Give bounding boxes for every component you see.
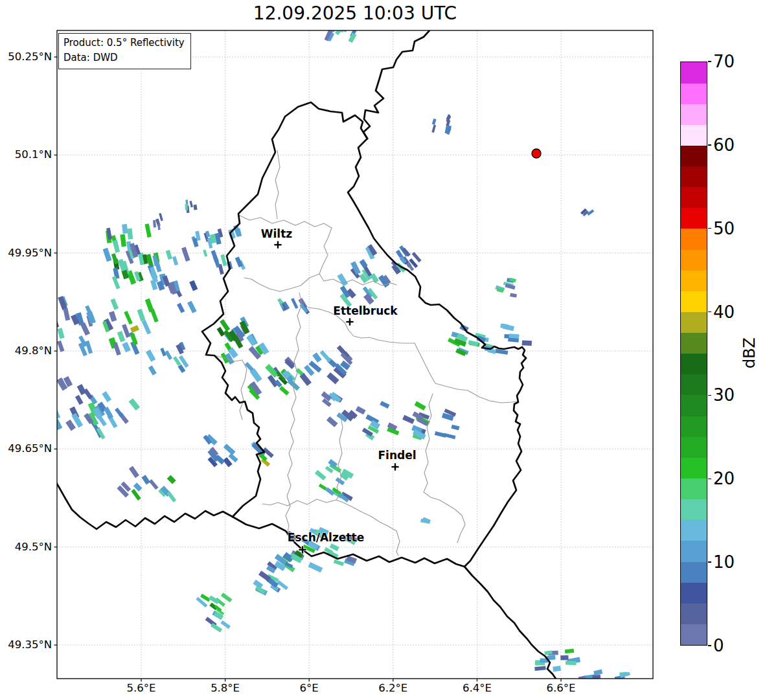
echo-cell xyxy=(279,386,290,396)
echo-cell xyxy=(320,350,332,363)
echo-cell xyxy=(137,309,146,322)
colorbar-segment xyxy=(681,541,707,562)
city-label: Wiltz xyxy=(261,227,292,240)
x-tick-label: 6.2°E xyxy=(364,682,422,695)
echo-cell xyxy=(308,562,323,572)
echo-cell xyxy=(402,415,415,424)
echo-cell xyxy=(149,479,159,490)
echo-cell xyxy=(130,325,139,333)
colorbar-tick-mark xyxy=(708,395,711,396)
colorbar-segment xyxy=(681,291,707,312)
echo-cell xyxy=(189,280,198,291)
echo-cell xyxy=(141,475,150,484)
echo-cell xyxy=(124,311,133,324)
echo-cell xyxy=(534,666,546,670)
echo-cell xyxy=(432,119,437,125)
axes-frame xyxy=(57,30,653,679)
colorbar-tick-mark xyxy=(708,228,711,229)
colorbar-segment xyxy=(681,436,707,458)
colorbar-tick-mark xyxy=(708,61,711,62)
colorbar-segment xyxy=(681,499,707,521)
colorbar-segment xyxy=(681,229,707,250)
echo-cell xyxy=(53,419,62,430)
echo-cell xyxy=(159,213,163,221)
echo-cell xyxy=(120,234,126,247)
echo-cell xyxy=(312,352,322,363)
echo-cell xyxy=(334,559,345,567)
echo-cell xyxy=(415,401,426,411)
echo-cell xyxy=(57,341,64,352)
x-tick-label: 5.8°E xyxy=(196,682,255,695)
echo-cell xyxy=(104,407,113,419)
echo-cell xyxy=(220,620,230,629)
echo-cell xyxy=(326,416,338,427)
x-tick-label: 6.4°E xyxy=(448,682,506,695)
echo-cell xyxy=(522,341,532,346)
echo-cell xyxy=(146,350,155,362)
colorbar-segment xyxy=(681,333,707,354)
colorbar-segment xyxy=(681,582,707,604)
echo-cell xyxy=(144,223,151,238)
colorbar-segment xyxy=(681,520,707,541)
echo-cell xyxy=(319,484,327,491)
colorbar-segment xyxy=(681,208,707,229)
colorbar-segment xyxy=(681,270,707,291)
city-marker xyxy=(346,318,354,326)
echo-cell xyxy=(212,256,220,268)
echo-cell xyxy=(166,250,172,260)
echo-cell xyxy=(142,320,152,335)
echo-cell xyxy=(315,470,326,480)
echo-cell xyxy=(129,398,141,411)
echo-cell xyxy=(117,331,126,343)
x-tick-label: 5.6°E xyxy=(112,682,170,695)
echo-cell xyxy=(65,420,76,431)
colorbar-segment xyxy=(681,124,707,146)
echo-cell xyxy=(321,391,332,401)
echo-cell xyxy=(75,395,84,405)
echo-cell xyxy=(115,407,124,417)
echo-cell xyxy=(63,308,70,321)
colorbar-segment xyxy=(681,374,707,396)
y-tick-label: 50.1°N xyxy=(0,148,52,161)
echo-cell xyxy=(444,433,456,439)
echo-cell xyxy=(380,401,389,409)
country-borders xyxy=(55,30,556,679)
colorbar-segment xyxy=(681,416,707,437)
echo-cell xyxy=(291,298,298,309)
echo-cell xyxy=(113,240,120,253)
echo-cell xyxy=(109,311,117,322)
graticule-gridlines xyxy=(57,30,653,679)
echo-cell xyxy=(167,475,176,484)
echo-cell xyxy=(565,649,574,653)
city-label: Esch/Alzette xyxy=(288,531,364,544)
colorbar-segment xyxy=(681,62,707,84)
y-tick-label: 49.95°N xyxy=(0,247,52,260)
colorbar-tick-mark xyxy=(708,144,711,145)
echo-cell xyxy=(85,341,93,354)
x-tick-label: 6°E xyxy=(280,682,338,695)
echo-cell xyxy=(187,300,196,313)
colorbar-segment xyxy=(681,457,707,479)
radar-site-dot xyxy=(532,149,541,158)
weather-radar-figure: 12.09.2025 10:03 UTC xyxy=(0,0,767,700)
echo-cell xyxy=(177,303,185,313)
city-marker xyxy=(391,463,399,471)
y-tick-label: 49.65°N xyxy=(0,442,52,455)
echo-cell xyxy=(155,260,162,272)
echo-cell xyxy=(153,220,156,228)
city-label: Ettelbruck xyxy=(333,304,397,317)
echo-cell xyxy=(85,305,93,318)
echo-cell xyxy=(172,256,178,265)
colorbar-tick-mark xyxy=(708,479,711,479)
colorbar-segment xyxy=(681,249,707,271)
echo-cell xyxy=(343,22,349,30)
colorbar-segment xyxy=(681,395,707,416)
product-info-box: Product: 0.5° Reflectivity Data: DWD xyxy=(58,33,191,69)
echo-cell xyxy=(250,368,262,383)
colorbar-segment xyxy=(681,354,707,375)
echo-cell xyxy=(58,328,65,339)
y-tick-label: 49.5°N xyxy=(0,541,52,554)
colorbar-tick-mark xyxy=(708,645,711,646)
data-source-line: Data: DWD xyxy=(63,51,185,65)
colorbar-tick-mark xyxy=(708,311,711,312)
